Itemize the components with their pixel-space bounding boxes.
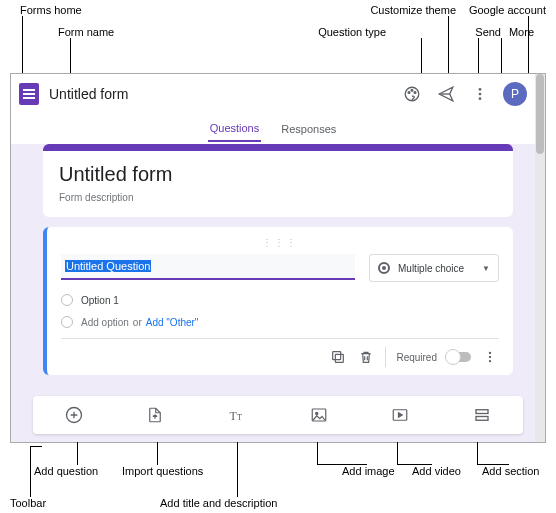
app-window: Untitled form P Questions Responses Unti… xyxy=(10,73,546,443)
svg-rect-18 xyxy=(476,410,488,414)
annotation-forms-home: Forms home xyxy=(20,4,82,16)
annotation-more: More xyxy=(509,26,534,38)
svg-point-5 xyxy=(479,93,482,96)
forms-home-icon[interactable] xyxy=(19,83,39,105)
option-radio-icon xyxy=(61,316,73,328)
add-title-icon[interactable]: TT xyxy=(226,404,248,426)
annotation-add-title-desc: Add title and description xyxy=(160,497,277,509)
add-question-icon[interactable] xyxy=(63,404,85,426)
send-icon[interactable] xyxy=(435,83,457,105)
svg-point-4 xyxy=(479,88,482,91)
tab-responses[interactable]: Responses xyxy=(279,117,338,141)
annotation-add-question: Add question xyxy=(34,465,98,477)
drag-handle-icon[interactable]: ⋮⋮⋮ xyxy=(61,237,499,248)
svg-point-1 xyxy=(408,92,410,94)
question-card[interactable]: ⋮⋮⋮ Untitled Question Multiple choice ▼ … xyxy=(43,227,513,375)
svg-text:T: T xyxy=(237,413,242,422)
svg-point-6 xyxy=(479,97,482,100)
palette-icon[interactable] xyxy=(401,83,423,105)
annotation-customize-theme: Customize theme xyxy=(370,4,456,16)
add-option-text[interactable]: Add option xyxy=(81,317,129,328)
scrollbar[interactable] xyxy=(535,74,545,442)
question-footer: Required xyxy=(61,338,499,367)
add-section-icon[interactable] xyxy=(471,404,493,426)
import-questions-icon[interactable] xyxy=(144,404,166,426)
title-card[interactable]: Untitled form Form description xyxy=(43,144,513,217)
annotation-add-image: Add image xyxy=(342,465,395,477)
svg-point-9 xyxy=(489,352,491,354)
annotation-form-name: Form name xyxy=(58,26,114,38)
option-row[interactable]: Option 1 xyxy=(61,294,499,306)
svg-rect-19 xyxy=(476,417,488,421)
svg-point-10 xyxy=(489,356,491,358)
toolbar: TT xyxy=(33,396,523,434)
question-type-select[interactable]: Multiple choice ▼ xyxy=(369,254,499,282)
annotation-google-account: Google account xyxy=(469,4,546,16)
form-name-field[interactable]: Untitled form xyxy=(49,86,128,102)
add-image-icon[interactable] xyxy=(308,404,330,426)
svg-rect-8 xyxy=(333,352,341,360)
avatar[interactable]: P xyxy=(503,82,527,106)
annotation-send: Send xyxy=(475,26,501,38)
option-label[interactable]: Option 1 xyxy=(81,295,119,306)
more-icon[interactable] xyxy=(469,83,491,105)
scrollbar-thumb[interactable] xyxy=(536,74,544,154)
annotation-question-type: Question type xyxy=(318,26,386,38)
option-radio-icon xyxy=(61,294,73,306)
required-label: Required xyxy=(396,352,437,363)
form-title[interactable]: Untitled form xyxy=(59,163,497,186)
add-video-icon[interactable] xyxy=(389,404,411,426)
annotation-toolbar: Toolbar xyxy=(10,497,46,509)
form-description[interactable]: Form description xyxy=(59,192,497,203)
duplicate-icon[interactable] xyxy=(329,348,347,366)
tabs: Questions Responses xyxy=(11,114,535,144)
radio-icon xyxy=(378,262,390,274)
annotation-import-questions: Import questions xyxy=(122,465,203,477)
delete-icon[interactable] xyxy=(357,348,375,366)
add-other-link[interactable]: Add "Other" xyxy=(146,317,199,328)
question-type-label: Multiple choice xyxy=(398,263,464,274)
svg-rect-7 xyxy=(336,354,344,362)
question-input[interactable]: Untitled Question xyxy=(61,254,355,280)
annotation-add-video: Add video xyxy=(412,465,461,477)
header: Untitled form P xyxy=(11,74,535,114)
tab-questions[interactable]: Questions xyxy=(208,116,262,142)
svg-point-16 xyxy=(315,412,317,414)
annotation-add-section: Add section xyxy=(482,465,539,477)
svg-point-2 xyxy=(411,89,413,91)
svg-point-11 xyxy=(489,360,491,362)
chevron-down-icon: ▼ xyxy=(482,264,490,273)
form-body: Untitled form Form description ⋮⋮⋮ Untit… xyxy=(43,144,513,392)
add-option-row[interactable]: Add option or Add "Other" xyxy=(61,316,499,328)
question-more-icon[interactable] xyxy=(481,348,499,366)
required-toggle[interactable] xyxy=(447,352,471,362)
svg-point-3 xyxy=(414,92,416,94)
